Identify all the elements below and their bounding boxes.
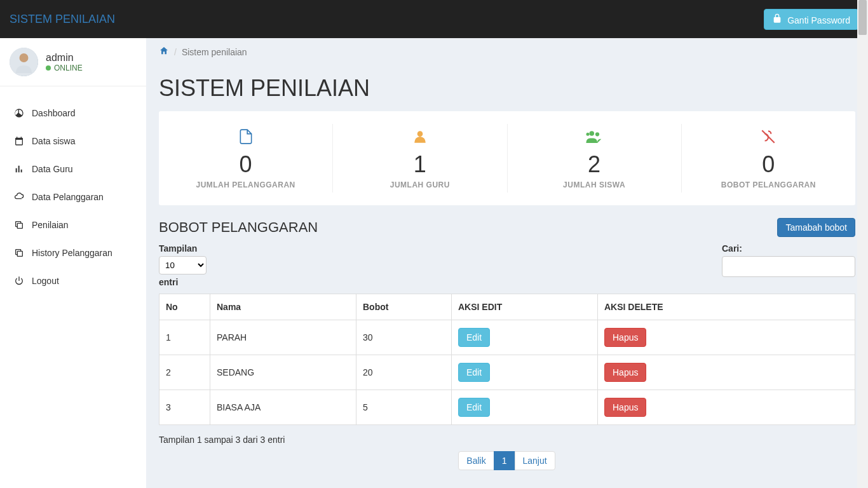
brand-title[interactable]: SISTEM PENILAIAN — [10, 13, 115, 26]
cell-no: 1 — [159, 320, 210, 355]
stat-value: 0 — [688, 151, 849, 178]
cell-bobot: 20 — [356, 355, 452, 390]
svg-point-5 — [590, 131, 595, 136]
stat-guru: 1 JUMLAH GURU — [333, 124, 507, 193]
cell-bobot: 30 — [356, 320, 452, 355]
bar-chart-icon — [13, 164, 25, 174]
edit-button[interactable]: Edit — [458, 398, 490, 417]
svg-point-1 — [20, 53, 29, 62]
page-prev[interactable]: Balik — [458, 451, 494, 470]
sidebar-item-label: Logout — [32, 276, 59, 286]
dashboard-icon — [13, 108, 25, 118]
stat-label: JUMLAH SISWA — [514, 180, 675, 189]
stat-value: 1 — [339, 151, 500, 178]
cell-delete: Hapus — [598, 390, 855, 425]
stat-value: 2 — [514, 151, 675, 178]
section-title: BOBOT PELANGGARAN — [159, 219, 318, 236]
length-control: Tampilan 10 entri — [159, 243, 207, 287]
sidebar-item-label: Data Guru — [32, 164, 73, 174]
power-icon — [13, 276, 25, 286]
cell-no: 2 — [159, 355, 210, 390]
user-name: admin — [46, 52, 83, 64]
stats-row: 0 JUMLAH PELANGGARAN 1 JUMLAH GURU 2 JUM… — [159, 111, 855, 205]
copy-icon — [13, 220, 25, 230]
user-status: ONLINE — [46, 64, 83, 72]
cell-nama: BIASA AJA — [210, 390, 356, 425]
th-bobot[interactable]: Bobot — [356, 294, 452, 320]
cell-no: 3 — [159, 390, 210, 425]
avatar — [10, 48, 38, 76]
svg-point-7 — [587, 133, 590, 136]
cell-edit: Edit — [452, 355, 598, 390]
search-input[interactable] — [722, 256, 855, 277]
sidebar-item-label: Penilaian — [32, 220, 69, 230]
svg-point-4 — [417, 131, 423, 137]
cell-nama: PARAH — [210, 320, 356, 355]
sidebar-item-label: History Pelanggaran — [32, 248, 112, 258]
copy-icon — [13, 248, 25, 258]
sidebar-item-history-pelanggaran[interactable]: History Pelanggaran — [0, 239, 146, 267]
breadcrumb-current: Sistem penilaian — [182, 47, 247, 57]
lock-icon — [772, 15, 785, 25]
cloud-icon — [13, 192, 25, 202]
stat-label: JUMLAH PELANGGARAN — [165, 180, 326, 189]
scrollbar[interactable] — [857, 0, 868, 488]
th-aksi-edit[interactable]: AKSI EDIT — [452, 294, 598, 320]
file-icon — [165, 127, 326, 146]
delete-button[interactable]: Hapus — [604, 398, 646, 417]
change-password-label: Ganti Password — [787, 15, 850, 25]
svg-point-6 — [595, 132, 599, 136]
add-bobot-button[interactable]: Tamabah bobot — [777, 218, 855, 237]
sidebar-item-label: Dashboard — [32, 108, 76, 118]
sidebar-item-penilaian[interactable]: Penilaian — [0, 211, 146, 239]
sidebar-item-logout[interactable]: Logout — [0, 267, 146, 295]
stat-bobot: 0 BOBOT PELANGGARAN — [682, 124, 855, 193]
length-label-bottom: entri — [159, 277, 207, 287]
cell-edit: Edit — [452, 390, 598, 425]
sidebar-item-dashboard[interactable]: Dashboard — [0, 99, 146, 127]
stat-value: 0 — [165, 151, 326, 178]
search-label: Cari: — [722, 243, 855, 254]
length-label-top: Tampilan — [159, 243, 207, 254]
length-select[interactable]: 10 — [159, 256, 207, 274]
calendar-icon — [13, 136, 25, 146]
edit-button[interactable]: Edit — [458, 328, 490, 347]
table-row: 3BIASA AJA5EditHapus — [159, 390, 855, 425]
breadcrumb-separator: / — [174, 47, 177, 57]
users-icon — [514, 127, 675, 146]
content: / Sistem penilaian SISTEM PENILAIAN 0 JU… — [146, 38, 868, 488]
user-status-label: ONLINE — [54, 64, 83, 72]
home-icon[interactable] — [159, 46, 169, 58]
sidebar: admin ONLINE Dashboard Data siswa Data G… — [0, 38, 146, 488]
sidebar-item-data-pelanggaran[interactable]: Data Pelanggaran — [0, 183, 146, 211]
th-nama[interactable]: Nama — [210, 294, 356, 320]
delete-button[interactable]: Hapus — [604, 363, 646, 382]
search-control: Cari: — [722, 243, 855, 277]
page-1[interactable]: 1 — [494, 451, 515, 470]
cell-delete: Hapus — [598, 320, 855, 355]
user-panel: admin ONLINE — [0, 38, 146, 86]
svg-rect-3 — [17, 251, 22, 256]
pagination: Balik 1 Lanjut — [159, 451, 855, 470]
cell-edit: Edit — [452, 320, 598, 355]
change-password-button[interactable]: Ganti Password — [764, 9, 858, 30]
th-aksi-delete[interactable]: AKSI DELETE — [598, 294, 855, 320]
sidebar-item-label: Data Pelanggaran — [32, 192, 104, 202]
delete-button[interactable]: Hapus — [604, 328, 646, 347]
stat-pelanggaran: 0 JUMLAH PELANGGARAN — [159, 124, 333, 193]
cell-bobot: 5 — [356, 390, 452, 425]
data-table: No Nama Bobot AKSI EDIT AKSI DELETE 1PAR… — [159, 294, 855, 425]
th-no[interactable]: No — [159, 294, 210, 320]
cell-nama: SEDANG — [210, 355, 356, 390]
sidebar-item-data-siswa[interactable]: Data siswa — [0, 127, 146, 155]
page-next[interactable]: Lanjut — [515, 451, 555, 470]
deaf-icon — [688, 127, 849, 146]
sidebar-item-data-guru[interactable]: Data Guru — [0, 155, 146, 183]
scrollbar-thumb[interactable] — [858, 0, 867, 35]
edit-button[interactable]: Edit — [458, 363, 490, 382]
breadcrumb: / Sistem penilaian — [146, 38, 868, 65]
status-dot-icon — [46, 65, 51, 71]
user-icon — [339, 127, 500, 146]
section-bobot: BOBOT PELANGGARAN Tamabah bobot Tampilan… — [146, 218, 868, 488]
cell-delete: Hapus — [598, 355, 855, 390]
